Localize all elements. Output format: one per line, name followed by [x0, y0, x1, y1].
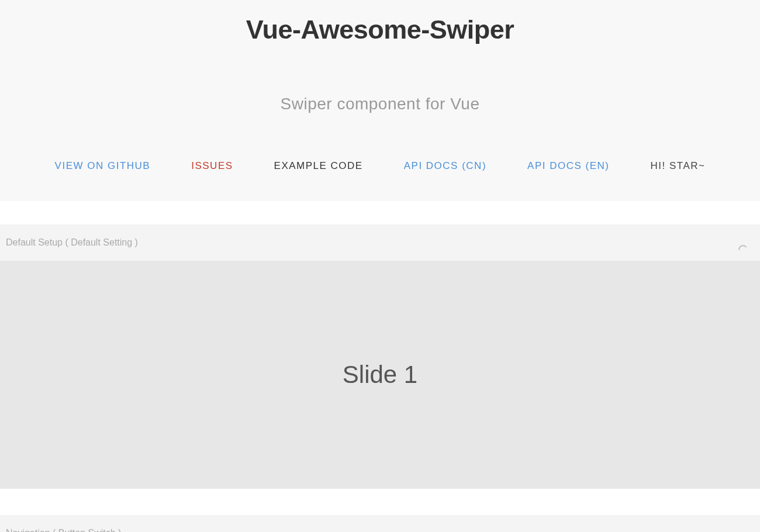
slide-text: Slide 1: [343, 361, 417, 389]
main-nav: VIEW ON GITHUB ISSUES EXAMPLE CODE API D…: [0, 160, 760, 201]
section-label-text: Navigation ( Button Switch ): [6, 528, 121, 532]
divider: [0, 489, 760, 515]
header: Vue-Awesome-Swiper Swiper component for …: [0, 0, 760, 201]
nav-link-example-code[interactable]: EXAMPLE CODE: [274, 160, 363, 172]
divider: [0, 201, 760, 224]
page-subtitle: Swiper component for Vue: [0, 95, 760, 113]
nav-link-issues[interactable]: ISSUES: [191, 160, 233, 172]
section-label-text: Default Setup ( Default Setting ): [6, 237, 138, 247]
refresh-icon[interactable]: [738, 244, 748, 258]
nav-link-star[interactable]: HI! STAR~: [650, 160, 705, 172]
nav-link-api-docs-cn[interactable]: API DOCS (CN): [404, 160, 486, 172]
swiper-slide-area[interactable]: Slide 1: [0, 261, 760, 489]
section-label-navigation: Navigation ( Button Switch ): [0, 515, 760, 532]
page-title: Vue-Awesome-Swiper: [0, 9, 760, 51]
nav-link-api-docs-en[interactable]: API DOCS (EN): [527, 160, 609, 172]
section-label-default: Default Setup ( Default Setting ): [0, 224, 760, 261]
nav-link-github[interactable]: VIEW ON GITHUB: [55, 160, 151, 172]
